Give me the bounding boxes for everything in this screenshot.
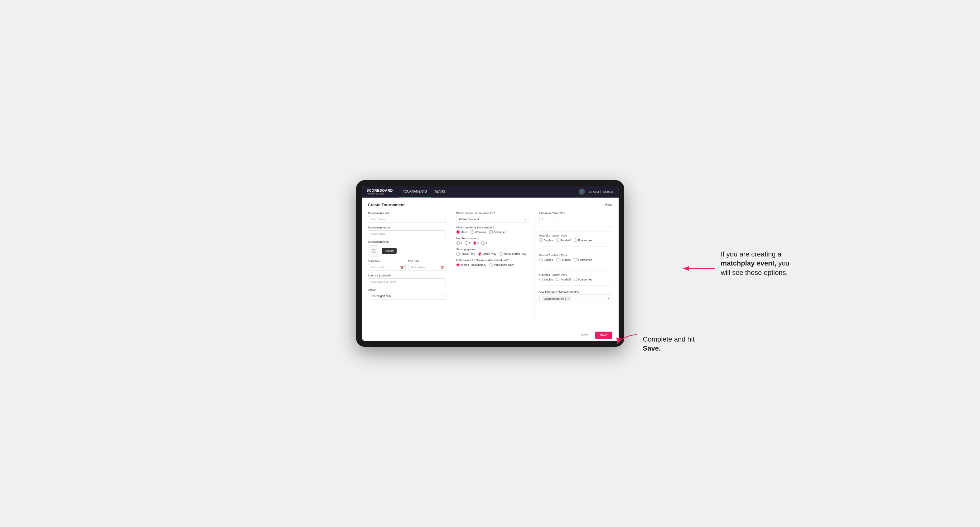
round2-match-type-label: Round 2 - Match Type (539, 254, 612, 257)
venue-select[interactable]: Search golf club (368, 293, 446, 300)
arrow-matchplay (680, 262, 718, 275)
annotation-right-text: If you are creating a matchplay event, y… (721, 250, 796, 277)
scoring-radio-group: Stroke Play Match Play Medal Match Play (456, 252, 529, 256)
teams-individuals[interactable]: Individuals Only (490, 263, 514, 267)
nav-teams[interactable]: TEAMS (431, 186, 449, 198)
teams-radio-group: Teams (+Individuals) Individuals Only (456, 263, 529, 267)
signout-link[interactable]: Sign out (603, 190, 613, 193)
sponsor-input[interactable] (368, 278, 446, 285)
scoring-stroke[interactable]: Stroke Play (456, 252, 475, 256)
scoring-group: Scoring system Stroke Play Match Play Me… (456, 248, 529, 256)
tournament-name-group: Tournament name (368, 226, 446, 237)
tournament-logo-label: Tournament logo (368, 240, 446, 243)
round1-singles[interactable]: Singles (539, 238, 553, 242)
round1-fourball[interactable]: Fourball (556, 238, 571, 242)
annotation-bottom: Complete and hit Save. (643, 335, 711, 353)
division-select[interactable]: NCAA Division I (456, 216, 529, 223)
tablet-device: SCOREBOARD Powered by clippt TOURNAMENTS… (356, 180, 624, 347)
round1-foursomes[interactable]: Foursomes (574, 238, 592, 242)
tournament-host-label: Tournament Host (368, 212, 446, 215)
annotation-bottom-text: Complete and hit Save. (643, 335, 711, 353)
round-2[interactable]: 2 (465, 241, 471, 244)
divider-1 (539, 227, 612, 227)
back-link[interactable]: ← Back (601, 203, 612, 206)
save-button[interactable]: Save (595, 332, 612, 339)
form-col-2: Which division is the event for? NCAA Di… (451, 212, 529, 324)
user-text: Test User | (587, 190, 601, 193)
round1-match-type-label: Round 1 - Match Type (539, 234, 612, 237)
logo-placeholder: 🖼 (368, 245, 379, 257)
annotation-right: If you are creating a matchplay event, y… (721, 250, 796, 277)
rounds-label: Number of rounds (456, 237, 529, 240)
sponsor-group: Sponsor (optional) (368, 274, 446, 285)
tournament-name-input[interactable] (368, 230, 446, 237)
api-select-wrap[interactable]: Leaderboard King ✕ ▾ (539, 295, 612, 303)
scoring-label: Scoring system (456, 248, 529, 251)
nav-tournaments[interactable]: TOURNAMENTS (399, 186, 431, 198)
scoring-medal[interactable]: Medal Match Play (500, 252, 526, 256)
teams-teams[interactable]: Teams (+Individuals) (456, 263, 487, 267)
tournament-host-input[interactable] (368, 216, 446, 223)
round2-singles[interactable]: Singles (539, 258, 553, 262)
form-header: Create Tournament ← Back (368, 203, 612, 207)
form-footer: Cancel Save (362, 329, 619, 341)
round2-foursomes[interactable]: Foursomes (574, 258, 592, 262)
tournament-name-label: Tournament name (368, 226, 446, 229)
form-col-3: Maximum Team Size Round 1 - Match Type S… (534, 212, 612, 324)
end-date-label: End date (408, 260, 446, 263)
api-chevron-icon: ▾ (608, 297, 609, 300)
logo-sub-text: Powered by clippt (367, 193, 393, 195)
max-team-size-label: Maximum Team Size (539, 212, 612, 215)
api-group: Use third-party live scoring API? Leader… (539, 290, 612, 303)
teams-label: Is this event for Teams and/or Individua… (456, 259, 529, 262)
division-group: Which division is the event for? NCAA Di… (456, 212, 529, 223)
scoring-match[interactable]: Match Play (478, 252, 496, 256)
start-date-group: Start date 📅 (368, 260, 406, 271)
tablet-screen: SCOREBOARD Powered by clippt TOURNAMENTS… (362, 186, 619, 341)
round1-match-type-group: Round 1 - Match Type Singles Fourball Fo… (539, 231, 612, 242)
form-col-1: Tournament Host Tournament name Tourname… (368, 212, 446, 324)
gender-combined[interactable]: Combined (489, 230, 506, 234)
logo-upload-row: 🖼 Upload (368, 245, 446, 257)
gender-label: Which gender is the event for? (456, 226, 529, 229)
round2-fourball[interactable]: Fourball (556, 258, 571, 262)
api-tag-label: Leaderboard King (544, 297, 566, 300)
calendar-icon: 📅 (400, 266, 404, 269)
avatar: 👤 (579, 189, 585, 195)
max-team-size-input[interactable] (539, 216, 555, 222)
navbar: SCOREBOARD Powered by clippt TOURNAMENTS… (362, 186, 619, 198)
tournament-logo-group: Tournament logo 🖼 Upload (368, 240, 446, 257)
tournament-host-group: Tournament Host (368, 212, 446, 223)
cancel-button[interactable]: Cancel (576, 332, 592, 338)
sponsor-label: Sponsor (optional) (368, 274, 446, 277)
end-date-group: End date 📅 (408, 260, 446, 271)
max-team-size-group: Maximum Team Size (539, 212, 612, 222)
round-1[interactable]: 1 (456, 241, 462, 244)
api-tag-close[interactable]: ✕ (567, 297, 570, 300)
start-date-wrap: 📅 (368, 264, 406, 271)
start-date-label: Start date (368, 260, 406, 263)
rounds-radio-group: 1 2 3 4 (456, 241, 529, 244)
calendar-icon-2: 📅 (440, 266, 444, 269)
gender-womens[interactable]: Womens (471, 230, 486, 234)
end-date-wrap: 📅 (408, 264, 446, 271)
gender-mens[interactable]: Mens (456, 230, 468, 234)
gender-group: Which gender is the event for? Mens Wome… (456, 226, 529, 234)
api-tag: Leaderboard King ✕ (542, 296, 571, 301)
create-tournament-form: Create Tournament ← Back Tournament Host… (362, 198, 619, 329)
venue-group: Venue Search golf club (368, 288, 446, 300)
api-label: Use third-party live scoring API? (539, 290, 612, 293)
round3-fourball[interactable]: Fourball (556, 278, 571, 281)
form-title: Create Tournament (368, 203, 405, 207)
round3-foursomes[interactable]: Foursomes (574, 278, 592, 281)
round3-singles[interactable]: Singles (539, 278, 553, 281)
round-3[interactable]: 3 (473, 241, 479, 244)
round-4[interactable]: 4 (481, 241, 487, 244)
round3-match-type-label: Round 3 - Match Type (539, 273, 612, 276)
division-label: Which division is the event for? (456, 212, 529, 215)
teams-group: Is this event for Teams and/or Individua… (456, 259, 529, 267)
round3-radio-group: Singles Fourball Foursomes (539, 278, 612, 281)
round3-match-type-group: Round 3 - Match Type Singles Fourball Fo… (539, 270, 612, 281)
upload-button[interactable]: Upload (382, 248, 397, 254)
venue-label: Venue (368, 288, 446, 291)
